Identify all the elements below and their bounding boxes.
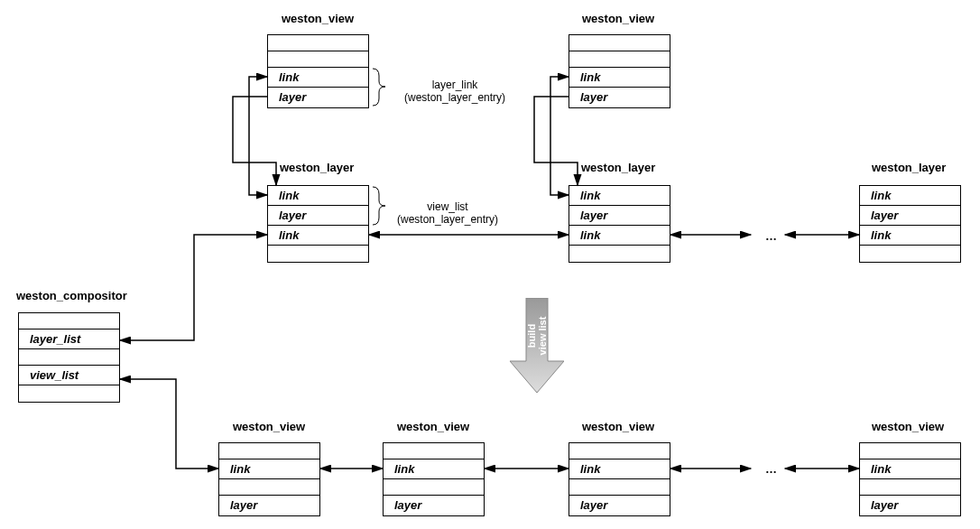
row bbox=[384, 443, 484, 459]
view-b-1-title: weston_view bbox=[233, 420, 305, 433]
row bbox=[219, 479, 319, 496]
view-b-2-box: link layer bbox=[383, 442, 485, 516]
row bbox=[268, 35, 368, 51]
ellipsis-layers: … bbox=[765, 229, 777, 243]
view-b-2-title: weston_view bbox=[397, 420, 469, 433]
view-top-2-box: link layer bbox=[569, 34, 670, 108]
view-top-2-title: weston_view bbox=[582, 12, 654, 25]
layer-n-link-bottom: link bbox=[860, 226, 960, 246]
compositor-row-empty2 bbox=[19, 349, 119, 366]
layer-1-link-top: link bbox=[268, 186, 368, 206]
view-top-2-layer: layer bbox=[569, 88, 670, 107]
row bbox=[384, 479, 484, 496]
row bbox=[860, 479, 960, 496]
layer-1-layer: layer bbox=[268, 206, 368, 226]
ellipsis-views: … bbox=[765, 462, 777, 476]
layer-2-title: weston_layer bbox=[581, 161, 655, 174]
view-b-3-title: weston_view bbox=[582, 420, 654, 433]
compositor-layer-list: layer_list bbox=[19, 329, 119, 349]
view-top-1-link: link bbox=[268, 68, 368, 88]
layer-1-link-bottom: link bbox=[268, 226, 368, 246]
layer-2-box: link layer link bbox=[569, 185, 670, 263]
compositor-row-empty3 bbox=[19, 385, 119, 402]
row bbox=[268, 246, 368, 262]
view-b-3-box: link layer bbox=[569, 442, 670, 516]
layer-n-title: weston_layer bbox=[872, 161, 946, 174]
compositor-title: weston_compositor bbox=[16, 289, 127, 302]
layer-n-link-top: link bbox=[860, 186, 960, 206]
view-top-1-title: weston_view bbox=[282, 12, 354, 25]
row bbox=[860, 443, 960, 459]
view-top-2-link: link bbox=[569, 68, 670, 88]
view-b-3-layer: layer bbox=[569, 496, 670, 515]
build-arrow-label: buildview list bbox=[526, 313, 548, 358]
view-b-n-layer: layer bbox=[860, 496, 960, 515]
view-top-1-box: link layer bbox=[267, 34, 369, 108]
layer-n-box: link layer link bbox=[859, 185, 961, 263]
row bbox=[569, 479, 670, 496]
compositor-view-list: view_list bbox=[19, 366, 119, 385]
layer-1-box: link layer link bbox=[267, 185, 369, 263]
view-b-n-box: link layer bbox=[859, 442, 961, 516]
row bbox=[569, 443, 670, 459]
layer-2-link-top: link bbox=[569, 186, 670, 206]
layer-1-title: weston_layer bbox=[280, 161, 354, 174]
compositor-row-empty bbox=[19, 313, 119, 329]
row bbox=[569, 35, 670, 51]
row bbox=[569, 246, 670, 262]
layer-link-note: layer_link(weston_layer_entry) bbox=[404, 79, 505, 104]
view-b-n-title: weston_view bbox=[872, 420, 944, 433]
view-b-1-box: link layer bbox=[218, 442, 320, 516]
view-b-2-link: link bbox=[384, 459, 484, 479]
row bbox=[219, 443, 319, 459]
view-top-1-layer: layer bbox=[268, 88, 368, 107]
layer-2-link-bottom: link bbox=[569, 226, 670, 246]
row bbox=[268, 51, 368, 68]
compositor-box: layer_list view_list bbox=[18, 312, 120, 403]
view-b-1-link: link bbox=[219, 459, 319, 479]
row bbox=[860, 246, 960, 262]
view-b-n-link: link bbox=[860, 459, 960, 479]
view-b-1-layer: layer bbox=[219, 496, 319, 515]
view-b-3-link: link bbox=[569, 459, 670, 479]
row bbox=[569, 51, 670, 68]
view-b-2-layer: layer bbox=[384, 496, 484, 515]
view-list-note: view_list(weston_layer_entry) bbox=[397, 200, 498, 226]
layer-n-layer: layer bbox=[860, 206, 960, 226]
layer-2-layer: layer bbox=[569, 206, 670, 226]
